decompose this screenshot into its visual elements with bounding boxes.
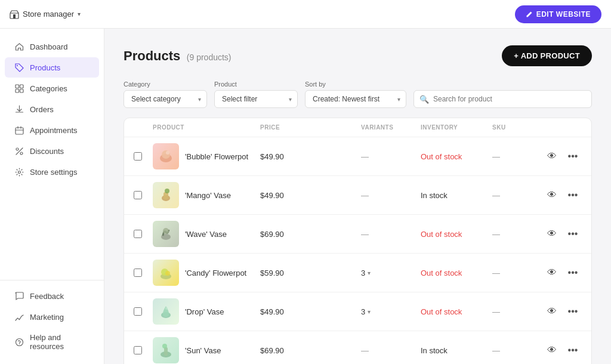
variants-1: — xyxy=(361,152,421,161)
product-select[interactable]: Select filter xyxy=(214,90,298,108)
category-filter-group: Category Select category xyxy=(124,81,207,108)
sku-4: — xyxy=(492,269,540,277)
svg-point-20 xyxy=(163,228,169,234)
product-image-5 xyxy=(157,303,175,320)
sidebar-item-dashboard[interactable]: Dashboard xyxy=(5,36,99,57)
sidebar-item-discounts[interactable]: Discounts xyxy=(5,141,99,161)
inventory-2: In stock xyxy=(421,191,492,200)
store-manager-menu[interactable]: Store manager ▾ xyxy=(10,10,81,19)
sort-filter-label: Sort by xyxy=(305,81,406,88)
view-button-5[interactable]: 👁 xyxy=(540,305,564,318)
sidebar-item-marketing[interactable]: Marketing xyxy=(5,307,99,327)
svg-point-8 xyxy=(16,148,18,150)
svg-rect-1 xyxy=(13,14,16,18)
calendar-icon xyxy=(14,125,24,135)
row-checkbox-5[interactable] xyxy=(134,307,142,316)
product-name-4: 'Candy' Flowerpot xyxy=(185,269,246,277)
product-select-wrapper: Select filter xyxy=(214,90,298,108)
category-select-wrapper: Select category xyxy=(124,90,207,108)
sidebar-item-marketing-label: Marketing xyxy=(30,313,64,322)
view-button-2[interactable]: 👁 xyxy=(540,189,564,202)
product-image-3 xyxy=(157,225,175,243)
product-name-6: 'Sun' Vase xyxy=(185,346,221,355)
edit-website-button[interactable]: EDIT WEBSITE xyxy=(515,5,601,23)
svg-rect-27 xyxy=(164,347,168,356)
product-name-3: 'Wave' Vase xyxy=(185,230,227,239)
inventory-1: Out of stock xyxy=(421,152,492,161)
row-checkbox-6[interactable] xyxy=(134,346,142,354)
search-filter-group: 🔍 xyxy=(413,81,592,108)
more-button-1[interactable]: ••• xyxy=(564,150,582,163)
sort-filter-group: Sort by Created: Newest first xyxy=(305,81,406,108)
sidebar-item-help-label: Help and resources xyxy=(30,333,90,351)
svg-point-23 xyxy=(165,271,170,276)
table-row: 'Drop' Vase $49.90 3 ▾ Out of stock — 👁 … xyxy=(124,292,591,331)
more-button-6[interactable]: ••• xyxy=(564,344,582,357)
edit-website-label: EDIT WEBSITE xyxy=(536,10,591,18)
table-row: 'Candy' Flowerpot $59.90 3 ▾ Out of stoc… xyxy=(124,254,591,292)
sidebar-item-store-settings-label: Store settings xyxy=(30,168,78,177)
chat-icon xyxy=(14,291,24,301)
view-button-1[interactable]: 👁 xyxy=(540,150,564,163)
svg-rect-3 xyxy=(16,85,19,88)
row-checkbox-1[interactable] xyxy=(134,152,142,161)
svg-point-28 xyxy=(162,344,167,348)
product-thumbnail-4 xyxy=(153,260,179,286)
sidebar-item-feedback-label: Feedback xyxy=(30,292,64,301)
product-info-2: 'Mango' Vase xyxy=(153,182,260,208)
sidebar-item-appointments[interactable]: Appointments xyxy=(5,120,99,140)
row-checkbox-4[interactable] xyxy=(134,269,142,277)
sidebar-item-categories[interactable]: Categories xyxy=(5,78,99,98)
add-product-button[interactable]: + ADD PRODUCT xyxy=(502,45,592,66)
price-6: $69.90 xyxy=(260,346,361,355)
house-icon xyxy=(14,42,24,51)
view-button-6[interactable]: 👁 xyxy=(540,344,564,357)
price-3: $69.90 xyxy=(260,230,361,239)
sidebar-item-help[interactable]: Help and resources xyxy=(5,328,99,356)
variants-4[interactable]: 3 ▾ xyxy=(361,269,421,277)
search-input[interactable] xyxy=(413,90,592,108)
row-checkbox-3[interactable] xyxy=(134,230,142,238)
more-button-3[interactable]: ••• xyxy=(564,227,582,240)
table-row: 'Bubble' Flowerpot $49.90 — Out of stock… xyxy=(124,137,591,176)
product-name-5: 'Drop' Vase xyxy=(185,307,224,316)
svg-rect-4 xyxy=(20,85,23,88)
tag-icon xyxy=(14,63,24,72)
chevron-down-icon: ▾ xyxy=(78,11,81,17)
product-count: (9 products) xyxy=(187,53,232,62)
svg-rect-6 xyxy=(20,89,23,92)
more-button-2[interactable]: ••• xyxy=(564,189,582,202)
sidebar-item-products[interactable]: Products xyxy=(5,57,99,78)
category-filter-label: Category xyxy=(124,81,207,88)
more-button-4[interactable]: ••• xyxy=(564,266,582,279)
store-manager-label: Store manager xyxy=(23,10,74,18)
row-checkbox-2[interactable] xyxy=(134,191,142,199)
sidebar-item-feedback[interactable]: Feedback xyxy=(5,286,99,306)
svg-point-15 xyxy=(166,151,169,155)
price-1: $49.90 xyxy=(260,152,361,161)
gear-icon xyxy=(14,167,24,177)
sort-select[interactable]: Created: Newest first xyxy=(305,90,406,108)
variants-5[interactable]: 3 ▾ xyxy=(361,307,421,316)
svg-rect-5 xyxy=(16,89,19,92)
search-spacer xyxy=(413,81,592,88)
page-title: Products xyxy=(124,48,180,63)
category-select[interactable]: Select category xyxy=(124,90,207,108)
sort-select-wrapper: Created: Newest first xyxy=(305,90,406,108)
view-button-4[interactable]: 👁 xyxy=(540,266,564,279)
sidebar-item-orders[interactable]: Orders xyxy=(5,99,99,119)
sku-3: — xyxy=(492,230,540,239)
main-content: Products (9 products) + ADD PRODUCT Cate… xyxy=(104,29,611,364)
search-wrapper: 🔍 xyxy=(413,90,592,108)
inventory-6: In stock xyxy=(421,346,492,355)
product-info-6: 'Sun' Vase xyxy=(153,337,260,363)
sidebar-item-store-settings[interactable]: Store settings xyxy=(5,162,99,182)
view-button-3[interactable]: 👁 xyxy=(540,227,564,240)
svg-point-10 xyxy=(18,171,20,173)
sku-1: — xyxy=(492,152,540,161)
more-button-5[interactable]: ••• xyxy=(564,305,582,318)
sidebar-bottom: Feedback Marketing xyxy=(0,280,104,357)
sidebar-item-discounts-label: Discounts xyxy=(30,147,64,156)
product-thumbnail-5 xyxy=(153,298,179,325)
product-image-1 xyxy=(157,147,175,165)
